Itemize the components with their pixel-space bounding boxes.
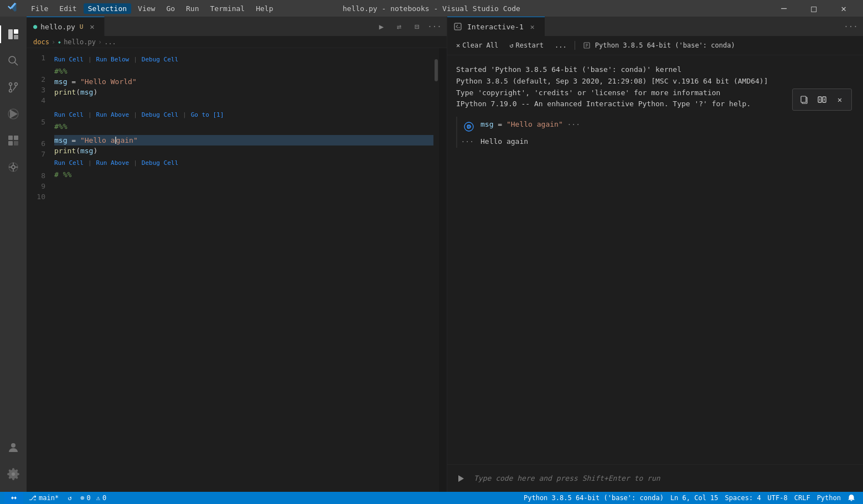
notification-item[interactable] — [844, 492, 859, 504]
maximize-button[interactable]: □ — [801, 0, 826, 17]
account-activity-icon[interactable] — [0, 434, 27, 461]
remote-status-item[interactable] — [4, 492, 23, 504]
titlebar-left: File Edit Selection View Go Run Terminal… — [7, 2, 277, 15]
kernel-info-button[interactable]: Python 3.8.5 64-bit ('base': conda) — [580, 40, 738, 50]
spaces-item[interactable]: Spaces: 4 — [722, 492, 764, 504]
cell3-run-above[interactable]: Run Above — [96, 158, 130, 168]
cell2-goto[interactable]: Go to [1] — [191, 110, 224, 120]
svg-rect-13 — [14, 141, 18, 146]
cell3-debug[interactable]: Debug Cell — [142, 158, 178, 168]
python-kernel-label: Python 3.8.5 64-bit ('base': conda) — [595, 41, 735, 49]
panel-toolbar-more[interactable]: ... — [551, 40, 570, 50]
git-branch-item[interactable]: ⎇ main* — [25, 492, 62, 504]
cell3-run[interactable]: Run Cell — [54, 158, 84, 168]
editor-tab-hello-py[interactable]: ● hello.py U ✕ — [27, 17, 105, 36]
tab-modified-indicator: U — [80, 23, 84, 30]
code-editor[interactable]: 1 2 3 4 5 6 7 8 9 10 — [27, 48, 447, 492]
main-area: ● hello.py U ✕ ▶ ⇄ ⊟ ··· docs › ⬥ hello.… — [0, 17, 863, 492]
menu-run[interactable]: Run — [182, 3, 203, 14]
cursor-position-item[interactable]: Ln 6, Col 15 — [667, 492, 722, 504]
content-area: ● hello.py U ✕ ▶ ⇄ ⊟ ··· docs › ⬥ hello.… — [27, 17, 863, 492]
cell2-run-above[interactable]: Run Above — [96, 110, 130, 120]
svg-rect-17 — [454, 23, 461, 30]
breadcrumb-folder[interactable]: docs — [33, 38, 49, 46]
line-endings-item[interactable]: CRLF — [791, 492, 814, 504]
tooltip-close-button[interactable]: ✕ — [833, 92, 847, 107]
explorer-activity-icon[interactable] — [0, 21, 27, 48]
menu-file[interactable]: File — [27, 3, 53, 14]
compare-button[interactable] — [815, 92, 829, 107]
remote-activity-icon[interactable] — [0, 154, 27, 180]
menu-view[interactable]: View — [133, 3, 159, 14]
minimize-button[interactable]: ─ — [771, 0, 797, 17]
menu-terminal[interactable]: Terminal — [206, 3, 250, 14]
toolbar-separator — [575, 41, 575, 50]
menu-selection[interactable]: Selection — [84, 3, 131, 14]
settings-activity-icon[interactable] — [0, 461, 27, 487]
cell2-debug[interactable]: Debug Cell — [142, 110, 178, 120]
split-editor-button[interactable]: ⇄ — [391, 19, 407, 34]
cell3-divider: Run Cell | Run Above | Debug Cell — [54, 157, 433, 168]
cell1-run[interactable]: Run Cell — [54, 54, 84, 65]
toggle-layout-button[interactable]: ⊟ — [409, 19, 425, 34]
copy-button[interactable] — [797, 92, 812, 107]
cell1-debug[interactable]: Debug Cell — [142, 54, 178, 65]
svg-point-3 — [9, 56, 15, 63]
svg-rect-2 — [14, 35, 18, 39]
code-line-1: #%% — [54, 66, 433, 76]
interactive-tab[interactable]: Interactive-1 ✕ — [447, 17, 545, 36]
search-activity-icon[interactable] — [0, 48, 27, 74]
encoding-item[interactable]: UTF-8 — [764, 492, 791, 504]
editor-tabs: ● hello.py U ✕ ▶ ⇄ ⊟ ··· — [27, 17, 447, 36]
panel-content[interactable]: ✕ Started 'Python 3.8.5 64-bit ('base': … — [447, 55, 863, 464]
tab-close-button[interactable]: ✕ — [86, 21, 97, 32]
svg-point-7 — [9, 83, 12, 86]
menu-edit[interactable]: Edit — [55, 3, 81, 14]
cell2-run[interactable]: Run Cell — [54, 110, 84, 120]
extensions-activity-icon[interactable] — [0, 127, 27, 154]
language-item[interactable]: Python — [814, 492, 844, 504]
python-env-label: Python 3.8.5 64-bit ('base': conda) — [524, 494, 664, 502]
cell1-run-below[interactable]: Run Below — [96, 54, 130, 65]
restart-button[interactable]: ↺ Restart — [506, 40, 547, 50]
breadcrumb: docs › ⬥ hello.py › ... — [27, 36, 447, 48]
more-actions-button[interactable]: ··· — [427, 19, 442, 34]
sync-item[interactable]: ↺ — [64, 492, 75, 504]
interactive-panel: Interactive-1 ✕ ··· ✕ Clear All ↺ Restar… — [447, 17, 863, 492]
close-button[interactable]: ✕ — [831, 0, 856, 17]
editor-scroll-thumb[interactable] — [435, 59, 438, 81]
panel-tabs: Interactive-1 ✕ ··· — [447, 17, 863, 36]
interactive-tab-close[interactable]: ✕ — [527, 21, 538, 32]
python-env-item[interactable]: Python 3.8.5 64-bit ('base': conda) — [520, 492, 667, 504]
tab-action-buttons: ▶ ⇄ ⊟ ··· — [374, 17, 447, 36]
panel-input-area — [447, 464, 863, 492]
code-line-2: msg = "Hello World" — [54, 76, 433, 87]
svg-rect-1 — [14, 29, 18, 34]
breadcrumb-symbol[interactable]: ... — [104, 38, 116, 46]
cursor-position: Ln 6, Col 15 — [670, 494, 719, 502]
menu-go[interactable]: Go — [162, 3, 179, 14]
code-input-field[interactable] — [474, 474, 857, 482]
svg-rect-0 — [8, 29, 13, 39]
cell1-divider: Run Cell | Run Below | Debug Cell — [54, 54, 433, 65]
minimap — [439, 48, 447, 492]
svg-point-14 — [12, 165, 15, 169]
panel-run-button[interactable] — [453, 471, 468, 486]
source-control-activity-icon[interactable] — [0, 74, 27, 101]
code-content[interactable]: Run Cell | Run Below | Debug Cell #%% ms… — [54, 48, 433, 492]
cell-gutter — [457, 120, 474, 132]
menu-help[interactable]: Help — [251, 3, 277, 14]
cell-output-value: Hello again — [480, 137, 528, 146]
editor-scrollbar[interactable] — [433, 48, 439, 492]
errors-item[interactable]: ⊗ 0 ⚠ 0 — [77, 492, 110, 504]
clear-all-button[interactable]: ✕ Clear All — [453, 40, 502, 50]
window-title: hello.py - notebooks - Visual Studio Cod… — [343, 4, 520, 13]
svg-line-4 — [15, 63, 18, 66]
panel-more-button[interactable]: ··· — [843, 19, 859, 34]
line-endings-label: CRLF — [794, 494, 810, 502]
language-label: Python — [817, 494, 841, 502]
breadcrumb-file[interactable]: hello.py — [64, 38, 96, 46]
run-file-button[interactable]: ▶ — [374, 19, 389, 34]
cell-output-block: msg = "Hello again" ··· ··· Hello again — [456, 117, 854, 148]
debug-activity-icon[interactable] — [0, 101, 27, 127]
